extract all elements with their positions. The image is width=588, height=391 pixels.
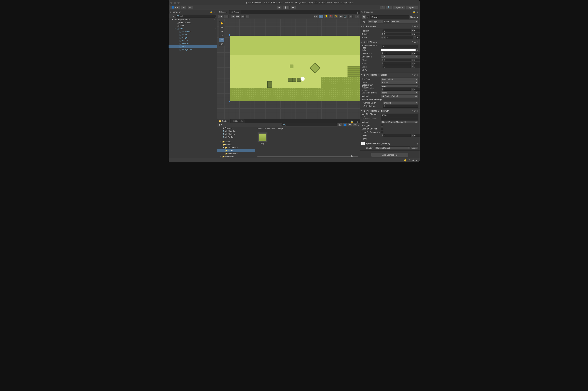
hierarchy-item[interactable]: ▾⬚map› (168, 27, 217, 30)
favorite-item[interactable]: 🔍All Prefabs (217, 136, 255, 139)
coll-material-field[interactable]: None (Physics Material 2D)⊙ (381, 120, 418, 124)
collider-header[interactable]: ▾ ⊞ Tilemap Collider 2D?⇄⋮ (360, 109, 420, 113)
context-icon[interactable]: ⋮ (355, 120, 360, 123)
toggle-skybox-icon[interactable]: ✦▾ (231, 14, 235, 18)
status-icon[interactable]: ✓ (416, 159, 418, 162)
traffic-maximize[interactable] (177, 2, 180, 4)
coll-offset-x-input[interactable] (383, 134, 411, 137)
snap-icon[interactable]: ⫴▾ (245, 14, 249, 18)
info-foldout[interactable]: ▸ Info (362, 69, 367, 72)
preset-icon[interactable]: ⇄ (414, 74, 416, 76)
gizmo-toggle-icon[interactable]: ◐▾ (314, 14, 318, 18)
hierarchy-item[interactable]: ⬚Background (168, 48, 217, 51)
hidden-icon[interactable]: 👁 (339, 14, 343, 18)
traffic-close[interactable] (170, 2, 172, 4)
layers-dropdown[interactable]: Layers (393, 5, 405, 9)
edit-shader-button[interactable]: Edit... (411, 146, 418, 149)
pause-button[interactable]: ❚❚ (283, 5, 290, 9)
help-icon[interactable]: ? (414, 143, 415, 145)
create-dropdown[interactable]: + ▾ (170, 14, 175, 17)
status-icon[interactable]: ⊘ (408, 159, 410, 162)
rect-tool[interactable]: ▭ (220, 38, 224, 42)
rot-x-input[interactable] (383, 33, 411, 35)
thumbnail-size-slider[interactable] (257, 156, 358, 157)
lock-icon[interactable]: 🔒 (210, 11, 213, 13)
pos-x-input[interactable] (383, 29, 411, 32)
folder-item[interactable]: ▾📁Spritefusion (217, 146, 255, 149)
coll-info-foldout[interactable]: ▸ Info (362, 138, 367, 140)
hierarchy-item[interactable]: ▾◈SampleScene*⋮ (168, 18, 217, 21)
favorite-item[interactable]: 🔍All Models (217, 133, 255, 136)
hierarchy-item[interactable]: ⬚Main Camera (168, 21, 217, 24)
tab-context-icon[interactable]: ⋮ (355, 11, 360, 14)
settings-button[interactable]: ⚙ (188, 5, 193, 9)
move-tool[interactable]: ✥ (220, 25, 224, 29)
filter2-icon[interactable]: 👤 (343, 123, 347, 127)
anchor-y-input[interactable] (414, 52, 420, 55)
lighting-icon[interactable]: 💡 (324, 14, 328, 18)
add-component-button[interactable]: Add Component (371, 153, 408, 157)
search-global-button[interactable]: 🔍 (386, 5, 392, 9)
breadcrumb-item[interactable]: Maps (278, 127, 283, 130)
toggle-grid-icon[interactable]: ⊞▾ (240, 14, 245, 18)
hierarchy-item-selected[interactable]: ⬚Blocks (168, 45, 217, 48)
object-picker-icon[interactable]: ⊙ (415, 95, 417, 98)
help-icon[interactable]: ? (412, 41, 413, 43)
hand-tool[interactable]: ✋ (220, 21, 224, 25)
color-field[interactable] (381, 49, 416, 51)
hierarchy-item[interactable]: ⬚Pickups (168, 42, 217, 45)
used-by-composite-checkbox[interactable] (381, 131, 383, 133)
project-create-dropdown[interactable]: + ▾ (218, 123, 223, 126)
order-input[interactable] (383, 105, 418, 108)
gameobject-name-input[interactable] (370, 15, 409, 19)
assets-header[interactable]: ▾📁Assets (217, 140, 255, 143)
context-menu-icon[interactable]: ⋮ (214, 11, 216, 13)
tab-game[interactable]: 👁 Game (229, 10, 241, 14)
sort-order-dropdown[interactable]: Bottom Left (381, 78, 418, 81)
gameobject-icon[interactable]: ⊞ (362, 15, 366, 19)
menu-icon[interactable]: ⋮ (417, 25, 419, 27)
asset-item[interactable]: map (257, 132, 268, 145)
draw-mode-dropdown[interactable]: ⬚▾ (224, 14, 228, 18)
renderer-enable-checkbox[interactable] (366, 74, 368, 76)
help-icon[interactable]: ? (412, 74, 413, 76)
selection-handle[interactable] (229, 34, 230, 36)
camera-icon[interactable]: 📷▾ (344, 14, 348, 18)
coll-offset-y-input[interactable] (414, 134, 420, 137)
preset-icon[interactable]: ⇄ (414, 25, 416, 27)
mask-dropdown[interactable]: None (381, 91, 418, 94)
gizmos-dropdown[interactable]: ⊕▾ (348, 14, 353, 18)
menu-icon[interactable]: ⋮ (417, 143, 419, 145)
menu-icon[interactable]: ⋮ (417, 74, 419, 76)
static-dropdown[interactable]: ▾ (417, 16, 418, 18)
hierarchy-item[interactable]: ⬚Water (168, 33, 217, 36)
hierarchy-item[interactable]: ⬚Ground (168, 39, 217, 42)
audio-icon[interactable]: 🔇 (329, 14, 333, 18)
cloud-button[interactable]: ☁ (181, 5, 186, 9)
lock-icon[interactable]: 🔒 (413, 11, 415, 13)
object-picker-icon[interactable]: ⊙ (415, 121, 417, 123)
selection-handle[interactable] (229, 101, 230, 102)
2d-toggle[interactable]: 2D (319, 14, 323, 18)
is-trigger-checkbox[interactable] (381, 124, 383, 126)
favorites-header[interactable]: ▾★Favorites (217, 127, 255, 130)
hierarchy-item[interactable]: ⬚player (168, 24, 217, 27)
material-field[interactable]: ◉ Sprites-Default⊙ (381, 95, 418, 98)
favorite-icon[interactable]: ★ (348, 123, 352, 127)
menu-icon[interactable]: ⋮ (417, 110, 419, 112)
hierarchy-item[interactable]: ⬚New layer (168, 30, 217, 33)
renderer-header[interactable]: ▾ ⊞ Tilemap Renderer?⇄⋮ (360, 73, 420, 77)
sorting-layer-dropdown[interactable]: Default (383, 101, 418, 104)
transform-header[interactable]: ▾ ⟀ Transform?⇄⋮ (360, 24, 420, 28)
help-icon[interactable]: ? (412, 110, 413, 112)
scene-selection[interactable] (230, 36, 360, 101)
context-icon[interactable]: ⋮ (417, 11, 419, 13)
scene-view[interactable]: ✋ ✥ ↻ ⤢ ▭ ⊕ (217, 19, 360, 119)
favorite-item[interactable]: 🔍All Materials (217, 130, 255, 133)
anchor-x-input[interactable] (383, 52, 411, 55)
tab-scene[interactable]: ⊞ Scene (217, 10, 229, 14)
preset-icon[interactable]: ⇄ (414, 110, 416, 112)
breadcrumb-item[interactable]: Spritefusion (265, 127, 276, 130)
lock-icon[interactable]: 🔒 (349, 120, 355, 123)
rot-y-input[interactable] (414, 33, 420, 35)
